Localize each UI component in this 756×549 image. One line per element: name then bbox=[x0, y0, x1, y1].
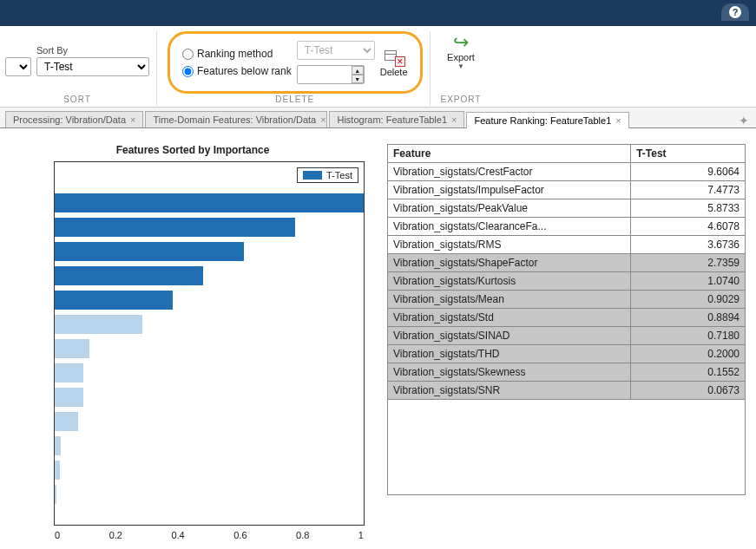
sortby-select[interactable]: T-Test bbox=[36, 57, 149, 76]
chart-title: Features Sorted by Importance bbox=[10, 144, 375, 156]
close-icon[interactable]: × bbox=[320, 114, 325, 125]
close-icon[interactable]: × bbox=[615, 115, 621, 126]
chart-bar bbox=[55, 363, 83, 382]
tab-label: Time-Domain Features: Vibration/Data bbox=[153, 114, 316, 125]
table-row[interactable]: Vibration_sigstats/ClearanceFa...4.6078 bbox=[388, 218, 746, 236]
chart-bar bbox=[55, 388, 83, 407]
cell-feature: Vibration_sigstats/Kurtosis bbox=[388, 272, 631, 291]
table-row[interactable]: Vibration_sigstats/Std0.8894 bbox=[388, 309, 746, 327]
cell-value: 0.1552 bbox=[631, 363, 746, 382]
ranking-method-label: Ranking method bbox=[197, 48, 273, 60]
tab[interactable]: Time-Domain Features: Vibration/Data× bbox=[145, 111, 327, 127]
cell-value: 0.7180 bbox=[631, 327, 746, 345]
cell-feature: Vibration_sigstats/PeakValue bbox=[388, 199, 631, 218]
cell-feature: Vibration_sigstats/RMS bbox=[388, 236, 631, 254]
cell-value: 3.6736 bbox=[631, 236, 746, 254]
cell-value: 9.6064 bbox=[631, 163, 746, 181]
cell-value: 0.0673 bbox=[631, 382, 746, 400]
table-row[interactable]: Vibration_sigstats/ShapeFactor2.7359 bbox=[388, 254, 746, 272]
cell-value: 0.2000 bbox=[631, 345, 746, 363]
tab-label: Feature Ranking: FeatureTable1 bbox=[474, 115, 611, 126]
chart-bar bbox=[55, 218, 295, 237]
cell-value: 0.9029 bbox=[631, 291, 746, 309]
chart-bar bbox=[55, 339, 89, 358]
delete-group-label: DELETE bbox=[275, 95, 314, 104]
features-below-label: Features below rank bbox=[197, 65, 292, 77]
chart-bar bbox=[55, 485, 56, 504]
sortby-label: Sort By bbox=[36, 45, 149, 56]
xaxis-tick: 0.8 bbox=[296, 530, 309, 540]
delete-criteria-highlight: Ranking method Features below rank T-Tes… bbox=[168, 31, 423, 94]
export-arrow-icon: ↪ bbox=[453, 35, 469, 50]
toolstrip: Sort By T-Test SORT Ranking method Featu… bbox=[0, 26, 756, 108]
delete-table-icon: ✕ bbox=[385, 49, 404, 66]
close-icon[interactable]: × bbox=[451, 114, 457, 125]
xaxis-tick: 0 bbox=[55, 530, 60, 540]
cell-feature: Vibration_sigstats/Mean bbox=[388, 291, 631, 309]
table-empty-area bbox=[387, 400, 746, 495]
table-row[interactable]: Vibration_sigstats/Mean0.9029 bbox=[388, 291, 746, 309]
close-icon[interactable]: × bbox=[130, 114, 135, 125]
table-row[interactable]: Vibration_sigstats/SNR0.0673 bbox=[388, 382, 746, 400]
sort-group-label: SORT bbox=[63, 95, 91, 104]
feature-ranking-table: Feature T-Test Vibration_sigstats/CrestF… bbox=[387, 144, 746, 400]
tab[interactable]: Processing: Vibration/Data× bbox=[5, 111, 143, 127]
chart-panel: Features Sorted by Importance T-Test 00.… bbox=[10, 144, 375, 533]
chart-bar bbox=[55, 412, 78, 431]
xaxis-tick: 0.6 bbox=[233, 530, 247, 540]
tab[interactable]: Histogram: FeatureTable1× bbox=[329, 111, 464, 127]
chart-legend: T-Test bbox=[297, 167, 358, 183]
cell-value: 4.6078 bbox=[631, 218, 746, 236]
table-row[interactable]: Vibration_sigstats/Kurtosis1.0740 bbox=[388, 272, 746, 291]
table-row[interactable]: Vibration_sigstats/CrestFactor9.6064 bbox=[388, 163, 746, 181]
cell-feature: Vibration_sigstats/SNR bbox=[388, 382, 631, 400]
table-row[interactable]: Vibration_sigstats/THD0.2000 bbox=[388, 345, 746, 363]
help-button[interactable] bbox=[721, 3, 749, 21]
cell-value: 2.7359 bbox=[631, 254, 746, 272]
table-row[interactable]: Vibration_sigstats/ImpulseFactor7.4773 bbox=[388, 181, 746, 199]
cell-feature: Vibration_sigstats/Skewness bbox=[388, 363, 631, 382]
features-below-rank-radio[interactable]: Features below rank bbox=[182, 65, 292, 77]
table-row[interactable]: Vibration_sigstats/SINAD0.7180 bbox=[388, 327, 746, 345]
cell-feature: Vibration_sigstats/THD bbox=[388, 345, 631, 363]
col-feature[interactable]: Feature bbox=[388, 145, 631, 163]
tab-label: Histogram: FeatureTable1 bbox=[337, 114, 447, 125]
chevron-down-icon: ▼ bbox=[457, 62, 464, 70]
cell-feature: Vibration_sigstats/Std bbox=[388, 309, 631, 327]
gear-icon[interactable]: ✦ bbox=[739, 114, 749, 127]
cell-value: 7.4773 bbox=[631, 181, 746, 199]
cell-value: 5.8733 bbox=[631, 199, 746, 218]
table-row[interactable]: Vibration_sigstats/PeakValue5.8733 bbox=[388, 199, 746, 218]
chart-bar bbox=[55, 461, 60, 480]
chart-bar bbox=[55, 315, 142, 334]
tab[interactable]: Feature Ranking: FeatureTable1× bbox=[466, 112, 628, 128]
cell-feature: Vibration_sigstats/ImpulseFactor bbox=[388, 181, 631, 199]
table-row[interactable]: Vibration_sigstats/RMS3.6736 bbox=[388, 236, 746, 254]
export-button[interactable]: ↪ Export ▼ bbox=[444, 31, 478, 74]
delete-button[interactable]: ✕ Delete bbox=[380, 49, 408, 77]
xaxis-tick: 1 bbox=[358, 530, 364, 540]
cell-feature: Vibration_sigstats/SINAD bbox=[388, 327, 631, 345]
content-area: Features Sorted by Importance T-Test 00.… bbox=[0, 128, 756, 549]
cell-feature: Vibration_sigstats/ShapeFactor bbox=[388, 254, 631, 272]
chart-bar bbox=[55, 436, 61, 455]
rank-spinner[interactable]: ▲▼ bbox=[352, 66, 364, 83]
bar-chart: T-Test 00.20.40.60.81 bbox=[54, 161, 365, 526]
feature-table-panel: Feature T-Test Vibration_sigstats/CrestF… bbox=[387, 144, 746, 533]
legend-swatch-icon bbox=[303, 171, 322, 180]
col-ttest[interactable]: T-Test bbox=[631, 145, 746, 163]
cell-feature: Vibration_sigstats/CrestFactor bbox=[388, 163, 631, 181]
table-row[interactable]: Vibration_sigstats/Skewness0.1552 bbox=[388, 363, 746, 382]
cell-value: 1.0740 bbox=[631, 272, 746, 291]
chart-bar bbox=[55, 266, 203, 285]
export-group-label: EXPORT bbox=[441, 95, 482, 104]
chart-bar bbox=[55, 193, 364, 212]
xaxis-tick: 0.2 bbox=[109, 530, 122, 540]
chart-bar bbox=[55, 242, 244, 261]
tab-bar: Processing: Vibration/Data×Time-Domain F… bbox=[0, 108, 756, 128]
title-bar bbox=[0, 0, 756, 26]
ranking-method-radio[interactable]: Ranking method bbox=[182, 48, 292, 60]
context-dropdown[interactable] bbox=[5, 57, 31, 76]
tab-label: Processing: Vibration/Data bbox=[13, 114, 126, 125]
ranking-method-select: T-Test bbox=[297, 41, 375, 60]
